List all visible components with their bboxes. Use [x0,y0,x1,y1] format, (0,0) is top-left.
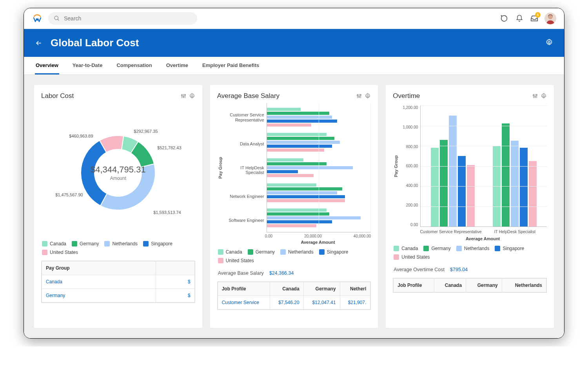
bar[interactable] [440,140,448,227]
legend-swatch [72,241,77,246]
tab-compensation[interactable]: Compensation [116,57,152,74]
inbox-icon[interactable]: 5 [530,14,539,23]
workday-logo-icon[interactable] [32,13,43,24]
chat-icon[interactable] [500,14,509,23]
bar[interactable] [267,208,327,212]
bar[interactable] [267,137,335,140]
legend-item[interactable]: United States [394,254,430,260]
tab-overtime[interactable]: Overtime [165,57,189,74]
legend-label: Netherlands [464,246,490,251]
col-header[interactable]: Pay Group [42,261,156,275]
bar[interactable] [520,148,528,227]
bar[interactable] [267,195,345,198]
bar[interactable] [449,116,457,227]
bar[interactable] [267,199,345,202]
col-header[interactable]: Netherl [340,282,370,296]
legend-item[interactable]: Netherlands [280,249,314,255]
legend-swatch [218,258,223,263]
bar[interactable] [267,183,316,187]
legend-item[interactable]: Singapore [495,246,524,251]
bar[interactable] [511,141,519,227]
table-row[interactable]: Customer Service$7,546.20$12,047.41$21,9… [218,296,370,310]
bar[interactable] [267,187,343,190]
gear-icon[interactable] [365,93,371,99]
col-header[interactable] [156,261,195,275]
row-value[interactable]: $12,047.41 [303,296,340,310]
bar[interactable] [267,141,340,144]
tab-employer-paid-benefits[interactable]: Employer Paid Benefits [201,57,260,74]
bar[interactable] [267,112,329,115]
bar[interactable] [267,116,332,119]
bar[interactable] [267,220,332,223]
bar[interactable] [267,158,303,161]
filter-icon[interactable] [532,93,538,99]
row-value[interactable]: $21,907. [340,296,370,310]
bar[interactable] [267,145,332,148]
bar[interactable] [267,108,301,111]
back-button[interactable] [35,39,43,47]
avatar[interactable] [544,13,556,24]
bar[interactable] [267,133,327,136]
bar[interactable] [267,212,329,216]
legend-item[interactable]: Germany [248,249,275,255]
col-header[interactable]: Netherlands [502,279,546,292]
filter-icon[interactable] [180,93,187,99]
table-row[interactable]: Canada$ [42,275,195,289]
legend-item[interactable]: Netherlands [104,241,138,246]
legend-item[interactable]: Canada [218,249,242,255]
col-header[interactable]: Germany [303,282,340,296]
legend-item[interactable]: Singapore [143,241,172,246]
notifications-icon[interactable] [515,14,524,23]
legend-item[interactable]: Netherlands [456,246,490,251]
page-settings-icon[interactable] [545,38,553,47]
col-header[interactable]: Canada [270,282,303,296]
bar[interactable] [267,120,337,123]
row-value[interactable]: $ [156,275,195,289]
row-label[interactable]: Customer Service [218,296,270,310]
search-box[interactable] [48,12,197,25]
bar[interactable] [467,165,475,227]
legend-item[interactable]: Singapore [319,249,348,255]
tab-year-to-date[interactable]: Year-to-Date [72,57,103,74]
bar[interactable] [267,191,337,194]
topbar: 5 [24,8,564,29]
bar[interactable] [458,156,466,227]
card-avg-salary: Average Base Salary Pay Group Customer S… [210,85,378,328]
row-label[interactable]: Germany [42,289,156,303]
filter-icon[interactable] [356,93,362,99]
bar[interactable] [267,170,298,173]
bar[interactable] [267,216,361,219]
bar-group [267,180,371,205]
bar[interactable] [267,174,314,177]
col-header[interactable]: Job Profile [218,282,270,296]
bar[interactable] [493,146,501,227]
bar[interactable] [267,123,311,127]
gear-icon[interactable] [189,93,195,99]
legend-item[interactable]: Canada [394,246,418,251]
bar[interactable] [267,166,353,169]
col-header[interactable]: Germany [466,279,502,292]
legend-item[interactable]: Canada [42,241,66,246]
table-row[interactable]: Germany$ [42,289,195,303]
bar[interactable] [267,224,316,227]
row-value[interactable]: $7,546.20 [270,296,303,310]
search-input[interactable] [63,15,192,22]
svg-point-8 [191,95,193,97]
gear-icon[interactable] [541,93,547,99]
ylabel: Pay Group [393,105,399,227]
bar[interactable] [529,161,537,227]
bar[interactable] [431,148,439,227]
bar[interactable] [267,149,324,152]
row-label[interactable]: Canada [42,275,156,289]
col-header[interactable]: Job Profile [394,279,434,292]
bar[interactable] [502,123,510,227]
legend-item[interactable]: United States [218,258,254,263]
legend-item[interactable]: Germany [72,241,99,246]
bar[interactable] [267,162,327,165]
col-header[interactable]: Canada [434,279,466,292]
legend-item[interactable]: United States [42,250,78,255]
legend-item[interactable]: Germany [423,246,450,251]
search-icon [54,15,60,22]
row-value[interactable]: $ [156,289,195,303]
tab-overview[interactable]: Overview [35,57,59,74]
